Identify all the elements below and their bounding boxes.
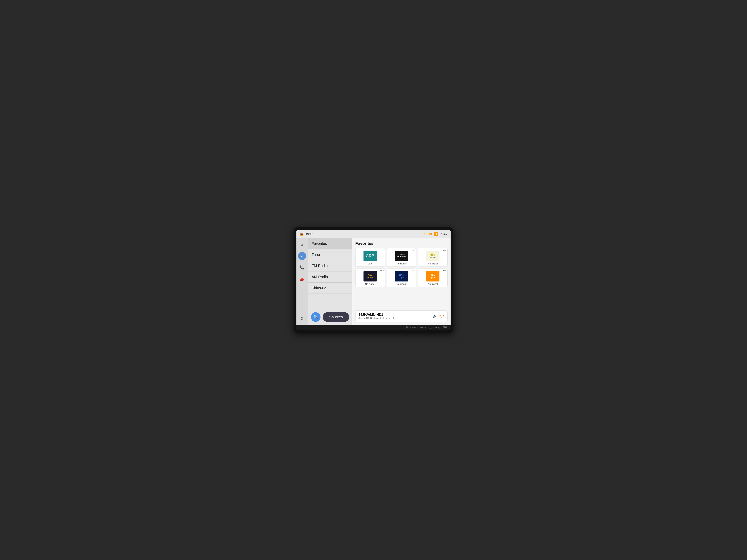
main-content: ▲ ♫ 📞 🚗 ⚙ Favorites Tune FM Radio › <box>297 238 450 325</box>
wireless-charge-icon: ⚡ <box>423 232 427 236</box>
50s-label: No signal <box>365 283 375 285</box>
sxm-badge: sxm <box>412 249 415 251</box>
radio-icon: 📻 <box>300 232 303 236</box>
crb-label: 99.5 <box>368 262 372 265</box>
gracenote-logo: gracenote <box>406 326 416 328</box>
now-playing-info: 94.5·JAMN-HD1 Jam'n 945·Boston's #1 For … <box>359 313 397 319</box>
menu-item-siriusxm[interactable]: SiriusXM › <box>308 283 352 294</box>
chevron-am-icon: › <box>347 275 349 279</box>
menu-item-fm-radio[interactable]: FM Radio › <box>308 260 352 271</box>
rewind-label: No signal <box>396 262 407 265</box>
menu-tune-label: Tune <box>312 252 320 257</box>
no-signal-icon: 📶 <box>429 233 432 235</box>
top-bar: 📻 Radio ⚡ 📶 📶 6:47 <box>297 230 450 238</box>
sxm-badge-80s: sxm <box>412 269 415 271</box>
menu-item-favorites[interactable]: Favorites <box>308 238 352 249</box>
menu-item-tune[interactable]: Tune <box>308 249 352 260</box>
menu-favorites-label: Favorites <box>312 241 327 246</box>
sidebar-navigation[interactable]: ▲ <box>298 240 306 248</box>
sxm-badge-50s: sxm <box>380 269 384 271</box>
now-playing-description: Jam'n 945·Boston's #1 For Hip Ho... <box>359 317 397 319</box>
hd-radio-logo: HD Radio <box>419 326 427 328</box>
menu-fm-label: FM Radio <box>312 264 328 268</box>
search-icon: 🔍 <box>313 315 318 319</box>
hd-badge: 🔉 HD) 1 <box>433 314 444 318</box>
60s-label: No signal <box>428 262 438 265</box>
screen-title: Radio <box>305 232 423 236</box>
screen-bezel: 📻 Radio ⚡ 📶 📶 6:47 ▲ ♫ 📞 🚗 ⚙ <box>294 228 453 332</box>
menu-am-label: AM Radio <box>312 275 328 279</box>
bottom-bar: gracenote HD Radio ((SiriusXM)) JBL <box>297 325 450 330</box>
status-bar: ⚡ 📶 📶 6:47 <box>423 232 447 236</box>
favorite-80s[interactable]: sxm 80s on 8 No signal <box>387 268 416 287</box>
sidebar-phone[interactable]: 📞 <box>298 263 306 271</box>
bluetooth-icon: 📶 <box>434 232 438 236</box>
rewind-logo: CLASSIC REWIND <box>395 251 408 261</box>
favorite-60s-gold[interactable]: sxm 60s GOLD No signal <box>418 248 447 267</box>
siriusxm-logo: ((SiriusXM)) <box>430 326 440 328</box>
chevron-fm-icon: › <box>347 264 349 268</box>
sidebar-car[interactable]: 🚗 <box>298 275 306 283</box>
favorite-classic-rewind[interactable]: sxm CLASSIC REWIND No signal <box>387 248 416 267</box>
menu-panel: Favorites Tune FM Radio › AM Radio › Sir… <box>308 238 352 325</box>
menu-siriusxm-label: SiriusXM <box>312 286 327 290</box>
menu-actions: 🔍 Sources <box>308 309 352 325</box>
screen: 📻 Radio ⚡ 📶 📶 6:47 ▲ ♫ 📞 🚗 ⚙ <box>297 230 450 330</box>
favorites-grid: CRB 99.5 sxm CLASSIC REWIND No signal <box>355 248 447 287</box>
favorite-50s-gold[interactable]: sxm 50s GOLD No signal <box>355 268 385 287</box>
70s-label: No signal <box>428 283 438 285</box>
right-panel: Favorites CRB 99.5 sxm CLASSIC REWIND <box>352 238 450 325</box>
70s-logo: 70s on 7 <box>426 271 439 282</box>
clock: 6:47 <box>440 232 447 236</box>
sxm-badge-60s: sxm <box>443 249 446 251</box>
favorite-crb[interactable]: CRB 99.5 <box>355 248 385 267</box>
hd-icon: 🔉 <box>433 314 437 318</box>
now-playing-bar[interactable]: 94.5·JAMN-HD1 Jam'n 945·Boston's #1 For … <box>355 310 447 322</box>
chevron-sxm-icon: › <box>347 287 349 290</box>
favorites-heading: Favorites <box>355 241 447 246</box>
sources-label: Sources <box>329 315 343 319</box>
50s-logo: 50s GOLD <box>363 271 377 282</box>
sidebar-settings[interactable]: ⚙ <box>298 315 306 323</box>
now-playing-station: 94.5·JAMN-HD1 <box>359 313 397 317</box>
favorite-70s[interactable]: sxm 70s on 7 No signal <box>418 268 447 287</box>
menu-item-am-radio[interactable]: AM Radio › <box>308 271 352 283</box>
jbl-logo: JBL <box>443 326 447 329</box>
sidebar: ▲ ♫ 📞 🚗 ⚙ <box>297 238 308 325</box>
sidebar-music[interactable]: ♫ <box>298 252 306 260</box>
60s-logo: 60s GOLD <box>426 251 439 261</box>
hd-label: HD) 1 <box>438 315 444 318</box>
search-button[interactable]: 🔍 <box>311 312 320 322</box>
sources-button[interactable]: Sources <box>323 312 349 322</box>
80s-label: No signal <box>396 283 407 285</box>
crb-logo: CRB <box>363 251 377 261</box>
sxm-badge-70s: sxm <box>443 269 446 271</box>
80s-logo: 80s on 8 <box>395 271 408 282</box>
